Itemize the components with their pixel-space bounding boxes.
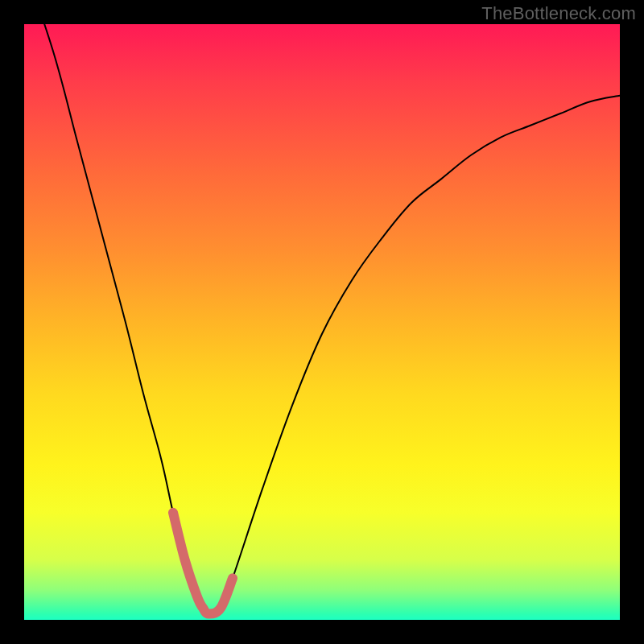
bottleneck-curve-path — [24, 0, 620, 615]
optimal-region-path — [173, 513, 233, 614]
chart-svg — [24, 24, 620, 620]
chart-frame: TheBottleneck.com — [0, 0, 644, 644]
watermark-text: TheBottleneck.com — [481, 3, 636, 24]
plot-area — [24, 24, 620, 620]
